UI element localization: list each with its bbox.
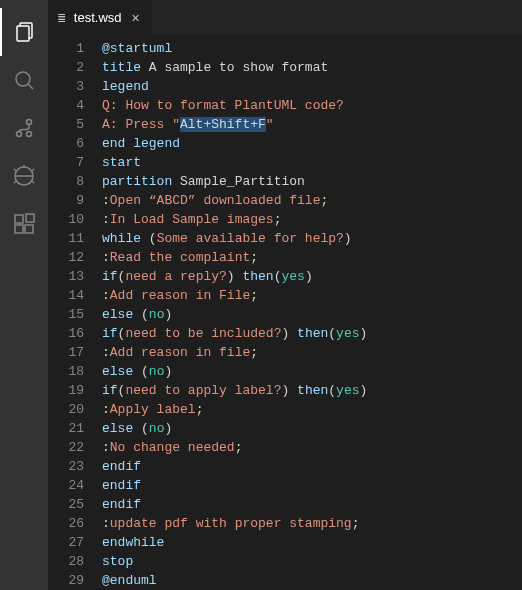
token-keyword: if <box>102 383 118 398</box>
svg-rect-16 <box>25 225 33 233</box>
source-control-icon[interactable] <box>0 104 48 152</box>
token-keyword: then <box>297 326 328 341</box>
token-string: need to apply label? <box>125 383 281 398</box>
svg-line-3 <box>29 85 34 90</box>
code-line[interactable]: stop <box>102 552 522 571</box>
code-line[interactable]: if(need to be included?) then(yes) <box>102 324 522 343</box>
code-line[interactable]: :Read the complaint; <box>102 248 522 267</box>
token-paren: ( <box>133 421 149 436</box>
token-punct: ; <box>235 440 243 455</box>
token-string: need to be included? <box>125 326 281 341</box>
code-line[interactable]: :Open “ABCD” downloaded file; <box>102 191 522 210</box>
token-keyword: endif <box>102 497 141 512</box>
token-value: yes <box>282 269 305 284</box>
code-line[interactable]: partition Sample_Partition <box>102 172 522 191</box>
code-line[interactable]: :No change needed; <box>102 438 522 457</box>
activity-bar <box>0 0 48 590</box>
code-line[interactable]: else (no) <box>102 419 522 438</box>
extensions-icon[interactable] <box>0 200 48 248</box>
code-line[interactable]: end legend <box>102 134 522 153</box>
token-keyword: then <box>242 269 273 284</box>
code-line[interactable]: legend <box>102 77 522 96</box>
code-line[interactable]: title A sample to show format <box>102 58 522 77</box>
token-paren: ( <box>133 307 149 322</box>
token-string: Some available for help? <box>157 231 344 246</box>
token-paren: ( <box>274 269 282 284</box>
svg-point-6 <box>27 132 32 137</box>
code-line[interactable]: if(need to apply label?) then(yes) <box>102 381 522 400</box>
line-number: 3 <box>48 77 84 96</box>
code-line[interactable]: :In Load Sample images; <box>102 210 522 229</box>
token-punct: ; <box>274 212 282 227</box>
code-line[interactable]: A: Press "Alt+Shift+F" <box>102 115 522 134</box>
token-keyword: if <box>102 269 118 284</box>
line-number: 21 <box>48 419 84 438</box>
code-content[interactable]: @startumltitle A sample to show formatle… <box>102 35 522 590</box>
code-line[interactable]: endif <box>102 476 522 495</box>
code-line[interactable]: :update pdf with proper stamping; <box>102 514 522 533</box>
token-value: no <box>149 364 165 379</box>
code-line[interactable]: endif <box>102 457 522 476</box>
token-string: No change needed <box>110 440 235 455</box>
line-number: 19 <box>48 381 84 400</box>
file-icon: ≣ <box>58 10 66 25</box>
token-paren: ) <box>227 269 235 284</box>
token-string: A: Press " <box>102 117 180 132</box>
line-number: 2 <box>48 58 84 77</box>
token-keyword: @startuml <box>102 41 172 56</box>
line-number: 23 <box>48 457 84 476</box>
code-line[interactable]: endif <box>102 495 522 514</box>
line-number: 12 <box>48 248 84 267</box>
token-paren: ( <box>141 231 157 246</box>
explorer-icon[interactable] <box>0 8 48 56</box>
token-punct: : <box>102 288 110 303</box>
token-string: need a reply? <box>125 269 226 284</box>
code-editor[interactable]: 1234567891011121314151617181920212223242… <box>48 35 522 590</box>
token-string: update pdf with proper stamping <box>110 516 352 531</box>
line-number: 11 <box>48 229 84 248</box>
token-paren: ) <box>164 421 172 436</box>
line-number: 26 <box>48 514 84 533</box>
line-number: 18 <box>48 362 84 381</box>
token-punct: ; <box>250 250 258 265</box>
close-icon[interactable]: × <box>130 9 142 27</box>
line-number: 17 <box>48 343 84 362</box>
token-punct: ; <box>320 193 328 208</box>
code-line[interactable]: Q: How to format PlantUML code? <box>102 96 522 115</box>
token-keyword: stop <box>102 554 133 569</box>
line-number: 7 <box>48 153 84 172</box>
token-string: Open “ABCD” downloaded file <box>110 193 321 208</box>
token-punct: : <box>102 345 110 360</box>
svg-point-2 <box>16 72 30 86</box>
token-keyword: then <box>297 383 328 398</box>
line-number: 10 <box>48 210 84 229</box>
token-string: In Load Sample images <box>110 212 274 227</box>
line-number: 22 <box>48 438 84 457</box>
code-line[interactable]: @enduml <box>102 571 522 590</box>
svg-rect-17 <box>26 214 34 222</box>
token-punct: : <box>102 516 110 531</box>
token-highlight: Alt+Shift+F <box>180 117 266 132</box>
token-paren: ) <box>344 231 352 246</box>
code-line[interactable]: :Add reason in file; <box>102 343 522 362</box>
code-line[interactable]: else (no) <box>102 362 522 381</box>
token-paren: ( <box>328 326 336 341</box>
code-line[interactable]: :Apply label; <box>102 400 522 419</box>
line-number: 13 <box>48 267 84 286</box>
line-number: 4 <box>48 96 84 115</box>
code-line[interactable]: else (no) <box>102 305 522 324</box>
line-number: 6 <box>48 134 84 153</box>
code-line[interactable]: :Add reason in File; <box>102 286 522 305</box>
code-line[interactable]: @startuml <box>102 39 522 58</box>
debug-icon[interactable] <box>0 152 48 200</box>
search-icon[interactable] <box>0 56 48 104</box>
code-line[interactable]: if(need a reply?) then(yes) <box>102 267 522 286</box>
token-punct: : <box>102 250 110 265</box>
tab-test-wsd[interactable]: ≣ test.wsd × <box>48 0 153 35</box>
token-punct: : <box>102 440 110 455</box>
code-line[interactable]: endwhile <box>102 533 522 552</box>
code-line[interactable]: while (Some available for help?) <box>102 229 522 248</box>
token-paren: ) <box>164 364 172 379</box>
code-line[interactable]: start <box>102 153 522 172</box>
svg-rect-14 <box>15 215 23 223</box>
